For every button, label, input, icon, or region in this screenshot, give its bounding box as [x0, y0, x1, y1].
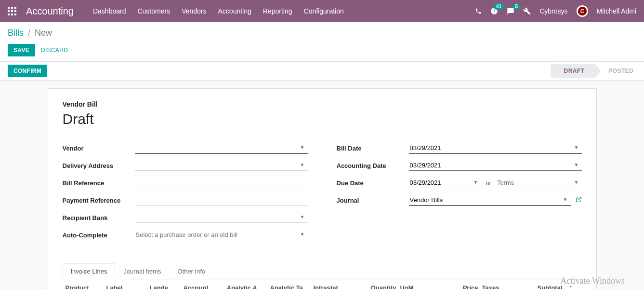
col-taxes: Taxes — [482, 284, 530, 289]
bank-input[interactable] — [135, 212, 308, 223]
company-switcher[interactable]: Cybrosys — [539, 7, 567, 15]
delivery-label: Delivery Address — [63, 162, 135, 169]
billref-label: Bill Reference — [63, 179, 135, 187]
breadcrumb-root[interactable]: Bills — [8, 28, 24, 38]
chevron-down-icon[interactable]: ▼ — [300, 214, 305, 220]
status-posted[interactable]: POSTED — [595, 64, 644, 78]
form-sheet: Vendor Bill Draft Vendor ▼ Delivery Addr… — [48, 88, 597, 289]
col-landed: Lande… — [150, 284, 184, 289]
discard-button[interactable]: DISCARD — [41, 47, 68, 54]
invoice-lines-table: Product Label Lande… Account Analytic A…… — [63, 280, 582, 289]
top-navbar: Accounting Dashboard Customers Vendors A… — [0, 0, 644, 22]
chevron-down-icon[interactable]: ▼ — [574, 162, 579, 167]
payref-input[interactable] — [135, 195, 308, 206]
tab-invoice-lines[interactable]: Invoice Lines — [63, 263, 116, 279]
notebook-tabs: Invoice Lines Journal Items Other Info — [63, 263, 582, 279]
save-button[interactable]: SAVE — [8, 44, 35, 56]
control-panel: Bills / New SAVE DISCARD — [0, 22, 644, 61]
menu-dashboard[interactable]: Dashboard — [93, 7, 126, 15]
vendor-label: Vendor — [63, 145, 135, 152]
menu-reporting[interactable]: Reporting — [263, 7, 292, 15]
duedate-label: Due Date — [337, 179, 409, 187]
journal-input[interactable] — [409, 195, 571, 206]
or-label: or — [486, 179, 492, 187]
chevron-down-icon[interactable]: ▼ — [300, 145, 305, 150]
tab-journal-items[interactable]: Journal Items — [115, 263, 169, 279]
user-name[interactable]: Mitchell Admi — [597, 7, 636, 15]
chevron-down-icon[interactable]: ▼ — [574, 179, 579, 185]
col-intrastat: Intrastat — [314, 284, 367, 289]
confirm-button[interactable]: CONFIRM — [8, 65, 47, 77]
autocomplete-label: Auto-Complete — [63, 232, 135, 239]
status-arrows: DRAFT POSTED — [551, 64, 644, 78]
table-header: Product Label Lande… Account Analytic A…… — [63, 280, 582, 289]
main-menu: Dashboard Customers Vendors Accounting R… — [93, 7, 344, 15]
chevron-down-icon[interactable]: ▼ — [563, 197, 568, 202]
billref-input[interactable] — [135, 178, 308, 188]
bank-label: Recipient Bank — [63, 214, 135, 221]
billdate-input[interactable] — [409, 143, 582, 154]
user-avatar[interactable]: C — [577, 5, 588, 17]
billdate-label: Bill Date — [337, 145, 409, 152]
status-bar: CONFIRM DRAFT POSTED — [0, 61, 644, 81]
tab-other-info[interactable]: Other Info — [169, 263, 213, 279]
chevron-down-icon[interactable]: ▼ — [574, 145, 579, 150]
col-analytic-acc: Analytic A… — [227, 284, 270, 289]
col-product: Product — [66, 284, 106, 289]
vendor-input[interactable] — [135, 143, 308, 154]
accdate-label: Accounting Date — [337, 162, 409, 169]
menu-vendors[interactable]: Vendors — [182, 7, 206, 15]
svg-text:C: C — [580, 8, 584, 14]
messages-badge: 5 — [513, 3, 521, 10]
chevron-down-icon[interactable]: ▼ — [300, 162, 305, 167]
status-draft[interactable]: DRAFT — [551, 64, 595, 78]
debug-icon[interactable] — [523, 7, 531, 15]
menu-customers[interactable]: Customers — [137, 7, 170, 15]
col-analytic-tags: Analytic Tags — [270, 284, 314, 289]
accdate-input[interactable] — [409, 160, 582, 171]
windows-watermark: Activate Windows — [561, 276, 625, 286]
journal-label: Journal — [337, 197, 409, 204]
breadcrumb-sep: / — [28, 28, 30, 38]
menu-accounting[interactable]: Accounting — [218, 7, 251, 15]
breadcrumb-current: New — [35, 28, 52, 38]
activities-badge: 41 — [494, 3, 504, 10]
autocomplete-input[interactable] — [135, 230, 308, 240]
col-uom: UoM — [400, 284, 446, 289]
chevron-down-icon[interactable]: ▼ — [473, 179, 478, 185]
terms-input[interactable] — [496, 178, 581, 188]
col-price: Price — [446, 284, 482, 289]
duedate-input[interactable] — [409, 178, 481, 188]
activities-icon[interactable]: 41 — [490, 7, 498, 15]
col-quantity: Quantity — [367, 284, 400, 289]
external-link-icon[interactable] — [576, 196, 582, 204]
phone-icon[interactable] — [475, 8, 482, 14]
record-title: Draft — [63, 111, 582, 127]
col-label: Label — [106, 284, 150, 289]
col-account: Account — [184, 284, 227, 289]
apps-icon[interactable] — [8, 7, 16, 15]
menu-configuration[interactable]: Configuration — [304, 7, 344, 15]
app-brand: Accounting — [26, 6, 74, 17]
breadcrumb: Bills / New — [8, 28, 636, 38]
messages-icon[interactable]: 5 — [507, 7, 514, 15]
record-type-label: Vendor Bill — [63, 100, 582, 108]
chevron-down-icon[interactable]: ▼ — [300, 232, 305, 237]
payref-label: Payment Reference — [63, 197, 135, 204]
delivery-input[interactable] — [135, 160, 308, 171]
